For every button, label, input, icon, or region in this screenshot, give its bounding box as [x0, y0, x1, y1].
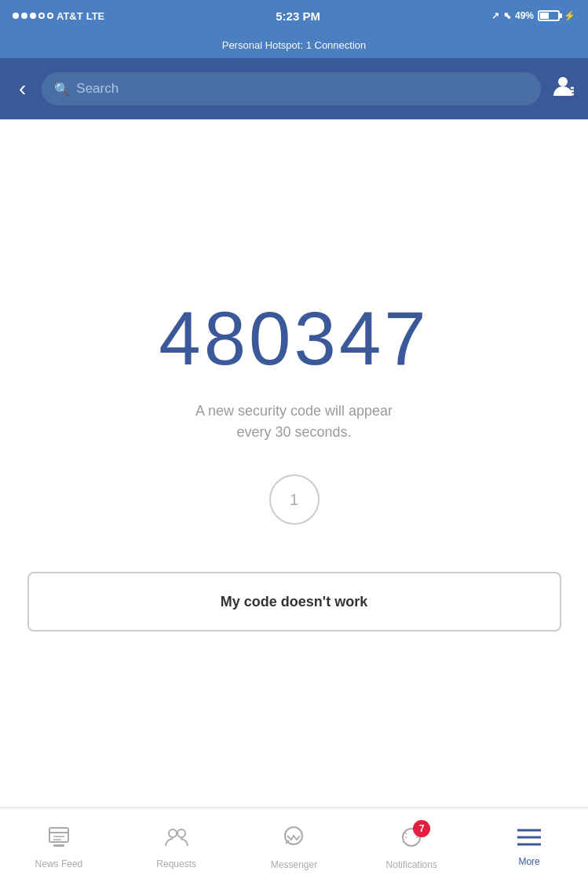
- svg-rect-8: [53, 844, 64, 847]
- svg-point-9: [169, 829, 177, 837]
- security-code-container: 480347 A new security code will appearev…: [0, 264, 588, 663]
- news-feed-label: News Feed: [35, 859, 83, 870]
- battery-fill: [540, 13, 549, 19]
- network-label: LTE: [86, 10, 105, 22]
- battery-icon: [538, 10, 560, 21]
- notifications-label: Notifications: [386, 859, 437, 870]
- tab-more[interactable]: More: [470, 808, 588, 886]
- tab-requests[interactable]: Requests: [118, 808, 236, 886]
- nav-bar: ‹ 🔍 Search: [0, 58, 588, 119]
- main-content: 480347 A new security code will appearev…: [0, 119, 588, 807]
- profile-icon[interactable]: [550, 74, 575, 104]
- search-box[interactable]: 🔍 Search: [42, 72, 541, 105]
- search-icon: 🔍: [54, 82, 70, 97]
- news-feed-icon: [47, 826, 71, 855]
- status-bar: AT&T LTE 5:23 PM ↗ ⬉ 49% ⚡: [0, 0, 588, 31]
- more-icon: [517, 827, 541, 852]
- time-display: 5:23 PM: [276, 9, 320, 23]
- notifications-badge-container: 7: [399, 825, 424, 855]
- messenger-icon: [281, 825, 306, 855]
- more-label: More: [518, 856, 539, 867]
- search-placeholder: Search: [76, 81, 119, 97]
- svg-point-0: [558, 77, 568, 86]
- hotspot-text: Personal Hotspot: 1 Connection: [222, 39, 367, 51]
- battery-percent: 49%: [515, 10, 534, 21]
- code-doesnt-work-button[interactable]: My code doesn't work: [27, 572, 561, 632]
- signal-dots: [13, 13, 53, 19]
- profile-svg: [550, 74, 575, 99]
- status-right: ↗ ⬉ 49% ⚡: [491, 10, 575, 21]
- tab-bar: News Feed Requests Messenger: [0, 807, 588, 886]
- location-icon: ↗: [491, 10, 499, 21]
- code-button-label: My code doesn't work: [221, 594, 367, 610]
- requests-label: Requests: [156, 859, 196, 870]
- carrier-label: AT&T: [57, 10, 83, 22]
- signal-dot-3: [30, 13, 36, 19]
- tab-messenger[interactable]: Messenger: [236, 808, 353, 886]
- svg-point-10: [177, 829, 185, 837]
- signal-dot-1: [13, 13, 19, 19]
- messenger-label: Messenger: [271, 859, 317, 870]
- timer-circle: 1: [269, 474, 320, 525]
- tab-notifications[interactable]: 7 Notifications: [352, 808, 470, 886]
- back-button[interactable]: ‹: [13, 73, 32, 104]
- status-left: AT&T LTE: [13, 10, 104, 22]
- bluetooth-icon: ⬉: [503, 10, 511, 21]
- tab-news-feed[interactable]: News Feed: [0, 808, 118, 886]
- svg-line-13: [405, 833, 407, 834]
- hotspot-bar: Personal Hotspot: 1 Connection: [0, 31, 588, 58]
- timer-value: 1: [290, 491, 298, 509]
- code-description: A new security code will appearevery 30 …: [195, 401, 393, 443]
- signal-dot-4: [38, 13, 45, 19]
- signal-dot-2: [21, 13, 27, 19]
- charging-icon: ⚡: [564, 10, 575, 21]
- security-code: 480347: [159, 295, 429, 382]
- signal-dot-5: [47, 13, 53, 19]
- requests-icon: [163, 826, 190, 855]
- notification-count-badge: 7: [413, 820, 430, 837]
